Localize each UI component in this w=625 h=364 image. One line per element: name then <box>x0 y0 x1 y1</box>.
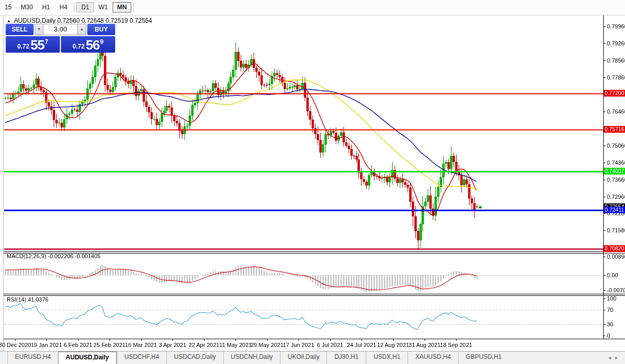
date-label: 6 Feb 2021 <box>64 342 92 348</box>
price-tick-label: 0.73660 <box>607 177 625 183</box>
date-tick-mark <box>15 339 15 341</box>
buy-price-box[interactable]: 0.72569 <box>61 36 115 53</box>
timeframe-button-h4[interactable]: H4 <box>55 2 72 12</box>
buy-price-prefix: 0.72 <box>73 41 85 52</box>
chart-tab-bar: EURUSD,H4AUDUSD,DailyUSDCHF,H4USDCAD,Dai… <box>0 351 625 364</box>
axis-tick-mark <box>603 310 605 310</box>
axis-tick-mark <box>603 336 605 336</box>
rsi-label: RSI(14) 41.0376 <box>7 296 49 303</box>
price-tick-label: 0 <box>607 333 610 339</box>
chart-tab-xauusd-h4[interactable]: XAUUSD,H4 <box>408 352 458 364</box>
date-tick-mark <box>393 339 394 341</box>
date-tick-mark <box>204 339 205 341</box>
timeframe-button-w1[interactable]: W1 <box>94 2 113 12</box>
price-tick-label: 0.008904 <box>607 254 625 260</box>
level-price-label: 0.74007 <box>604 168 625 175</box>
axis-tick-mark <box>603 290 605 291</box>
date-tick-mark <box>141 339 142 341</box>
toolbar-separator <box>74 2 74 12</box>
date-tick-mark <box>299 339 299 341</box>
timeframe-button-15[interactable]: 15 <box>0 2 16 12</box>
price-tick-label: 0.00 <box>607 272 618 278</box>
chart-title-text: AUDUSD,Daily 0.72560 0.72648 0.72519 0.7… <box>14 17 152 24</box>
level-price-label: 0.77200 <box>604 90 625 97</box>
tab-stub <box>0 352 8 364</box>
date-tick-mark <box>456 339 457 341</box>
date-axis-border <box>4 339 625 339</box>
timeframe-button-mn[interactable]: MN <box>113 2 132 12</box>
timeframe-toolbar: 15M30H1H4D1W1MN <box>0 0 625 15</box>
axis-tick-mark <box>603 43 605 44</box>
axis-tick-mark <box>603 26 605 27</box>
window-left-edge <box>3 15 4 351</box>
sell-button[interactable]: SELL <box>6 24 34 35</box>
axis-tick-mark <box>603 60 605 61</box>
date-tick-mark <box>267 339 268 341</box>
chart-tab-usdx-h1[interactable]: USDX,H1 <box>366 352 408 364</box>
volume-decrease-button[interactable]: ▼ <box>35 24 43 35</box>
price-tick-label: 0.79960 <box>607 23 625 29</box>
tabs-scroll-left-icon[interactable]: ◂ <box>608 355 615 360</box>
date-label: 16 Mar 2021 <box>125 342 157 348</box>
collapse-panel-icon[interactable]: ▲ <box>7 19 11 23</box>
volume-input[interactable]: 3.00 <box>43 24 77 35</box>
axis-tick-mark <box>603 275 605 276</box>
rsi-splitter-2 <box>4 295 625 296</box>
date-label: 31 Aug 2021 <box>409 342 441 348</box>
timeframe-button-d1[interactable]: D1 <box>76 2 93 12</box>
price-tick-label: 30 <box>607 321 613 327</box>
axis-tick-mark <box>603 112 605 112</box>
chart-tab-usdchf-h4[interactable]: USDCHF,H4 <box>117 352 166 364</box>
one-click-trade-panel: SELL ▼ 3.00 ▲ BUY 0.72557 0.72569 <box>6 24 115 53</box>
chart-tab-ukoil-daily[interactable]: UKOil,Daily <box>280 352 326 364</box>
date-tick-mark <box>236 339 236 341</box>
price-tick-label: 100 <box>607 295 616 302</box>
tabs-scroll-right-icon[interactable]: ▸ <box>615 355 622 360</box>
price-tick-label: 0.79260 <box>607 40 625 46</box>
axis-tick-mark <box>603 324 605 325</box>
level-price-label: 0.70820 <box>604 245 625 252</box>
axis-tick-mark <box>603 163 605 163</box>
toolbar-separator <box>133 2 134 12</box>
date-label: 19 Jan 2021 <box>31 342 62 348</box>
date-label: 25 Feb 2021 <box>93 342 126 348</box>
price-tick-label: 70 <box>607 307 613 313</box>
date-label: 11 May 2021 <box>220 342 252 348</box>
sell-price-prefix: 0.72 <box>18 41 29 52</box>
date-label: 22 Apr 2021 <box>189 342 219 348</box>
macd-splitter[interactable] <box>4 251 625 252</box>
macd-label: MACD(12,26,9) -0.002206 -0.001405 <box>7 253 101 259</box>
sell-price-box[interactable]: 0.72557 <box>6 36 60 53</box>
date-label: 17 Jun 2021 <box>283 342 315 348</box>
chart-plot-canvas[interactable] <box>0 0 625 364</box>
date-tick-mark <box>173 339 173 341</box>
chart-tab-usdcnh-daily[interactable]: USDCNH,Daily <box>223 352 280 364</box>
timeframe-button-m30[interactable]: M30 <box>16 2 37 12</box>
axis-tick-mark <box>603 213 605 214</box>
buy-price-big: 56 <box>86 38 100 52</box>
chart-tab-gbpusd-h1[interactable]: GBPUSD,H1 <box>458 352 509 364</box>
date-label: 24 Jul 2021 <box>347 342 377 348</box>
chart-tab-dj30-h1[interactable]: DJ30,H1 <box>326 352 366 364</box>
date-label: 12 Aug 2021 <box>377 342 409 348</box>
date-label: 6 Jul 2021 <box>317 342 343 348</box>
buy-price-sup: 9 <box>100 38 104 45</box>
chart-tab-eurusd-h4[interactable]: EURUSD,H4 <box>8 352 58 364</box>
date-tick-mark <box>110 339 110 341</box>
level-price-label: 0.72411 <box>604 207 625 213</box>
date-tick-mark <box>78 339 79 341</box>
price-tick-label: 0.75060 <box>607 143 625 149</box>
price-tick-label: 0.74360 <box>607 160 625 166</box>
date-label: 30 Dec 2020 <box>0 342 31 348</box>
level-price-label: 0.75716 <box>604 126 625 133</box>
timeframe-button-h1[interactable]: H1 <box>38 2 55 12</box>
price-tick-label: 0.77860 <box>607 74 625 81</box>
chart-tab-usdcad-daily[interactable]: USDCAD,Daily <box>166 352 223 364</box>
rsi-splitter[interactable] <box>4 294 625 294</box>
buy-button[interactable]: BUY <box>87 24 115 35</box>
date-label: 29 May 2021 <box>251 342 284 348</box>
price-tick-label: 0.76460 <box>607 108 625 115</box>
volume-increase-button[interactable]: ▲ <box>77 24 86 35</box>
chart-tab-audusd-daily[interactable]: AUDUSD,Daily <box>58 352 116 364</box>
date-tick-mark <box>362 339 362 341</box>
